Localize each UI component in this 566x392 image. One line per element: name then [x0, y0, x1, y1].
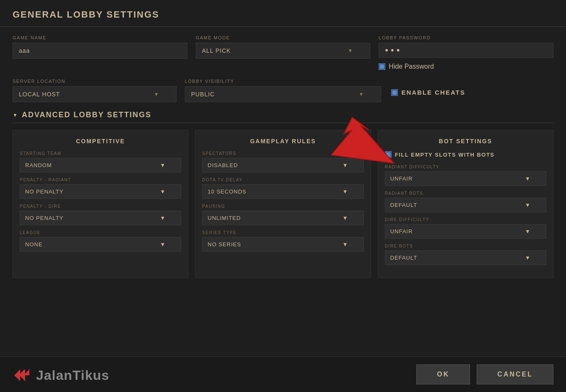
advanced-chevron-icon: ▼: [13, 112, 18, 118]
penalty-radiant-arrow-icon: ▼: [160, 188, 166, 195]
server-location-label: SERVER LOCATION: [13, 79, 177, 84]
spectators-label: SPECTATORS: [202, 151, 363, 156]
cancel-button[interactable]: CANCEL: [477, 364, 553, 384]
series-type-field: SERIES TYPE NO SERIES ▼: [202, 230, 363, 252]
dire-bots-field: DIRE BOTS DEFAULT ▼: [385, 244, 546, 265]
penalty-dire-field: PENALTY - DIRE NO PENALTY ▼: [20, 204, 181, 225]
game-mode-arrow-icon: ▼: [348, 48, 353, 54]
dota-tv-delay-arrow-icon: ▼: [343, 188, 348, 195]
penalty-dire-arrow-icon: ▼: [160, 215, 166, 221]
spectators-field: SPECTATORS DISABLED ▼: [202, 151, 363, 173]
starting-team-field: STARTING TEAM RANDOM ▼: [20, 151, 181, 173]
competitive-panel: COMPETITIVE STARTING TEAM RANDOM ▼ PENAL…: [13, 130, 188, 278]
radiant-bots-select[interactable]: DEFAULT ▼: [385, 198, 546, 212]
dire-difficulty-select[interactable]: UNFAIR ▼: [385, 224, 546, 239]
radiant-bots-arrow-icon: ▼: [525, 202, 531, 208]
game-mode-group: GAME MODE ALL PICK ▼: [196, 35, 371, 59]
game-name-label: GAME NAME: [13, 35, 187, 40]
starting-team-label: STARTING TEAM: [20, 151, 181, 156]
row2-fields: SERVER LOCATION LOCAL HOST ▼ LOBBY VISIB…: [13, 79, 553, 102]
lobby-visibility-arrow-icon: ▼: [358, 91, 364, 97]
lobby-password-label: LOBBY PASSWORD: [379, 35, 553, 40]
penalty-radiant-label: PENALTY - RADIANT: [20, 178, 181, 182]
pausing-select[interactable]: UNLIMITED ▼: [202, 211, 363, 225]
ok-button[interactable]: OK: [416, 364, 470, 384]
lobby-visibility-label: LOBBY VISIBILITY: [185, 79, 382, 84]
penalty-radiant-field: PENALTY - RADIANT NO PENALTY ▼: [20, 178, 181, 199]
penalty-radiant-select[interactable]: NO PENALTY ▼: [20, 184, 181, 199]
logo-text: JalanTikus: [36, 368, 109, 383]
league-select[interactable]: NONE ▼: [20, 237, 181, 252]
dota-tv-delay-select[interactable]: 10 SECONDS ▼: [202, 184, 363, 199]
fill-empty-row: FILL EMPTY SLOTS WITH BOTS: [385, 151, 546, 158]
enable-cheats-label: ENABLE CHEATS: [401, 89, 465, 96]
competitive-panel-title: COMPETITIVE: [20, 138, 181, 144]
dire-bots-label: DIRE BOTS: [385, 244, 546, 248]
starting-team-arrow-icon: ▼: [160, 162, 166, 168]
pausing-field: PAUSING UNLIMITED ▼: [202, 204, 363, 225]
pausing-label: PAUSING: [202, 204, 363, 209]
penalty-dire-select[interactable]: NO PENALTY ▼: [20, 211, 181, 225]
radiant-difficulty-label: RADIANT DIFFICULTY: [385, 165, 546, 169]
league-arrow-icon: ▼: [160, 241, 166, 248]
dire-difficulty-label: DIRE DIFFICULTY: [385, 217, 546, 222]
dota-tv-delay-label: DOTA TV DELAY: [202, 178, 363, 182]
gameplay-rules-panel: GAMEPLAY RULES SPECTATORS DISABLED ▼ DOT…: [195, 130, 371, 278]
penalty-dire-label: PENALTY - DIRE: [20, 204, 181, 209]
radiant-bots-label: RADIANT BOTS: [385, 191, 546, 196]
main-container: GENERAL LOBBY SETTINGS GAME NAME GAME MO…: [0, 0, 566, 392]
logo-area: JalanTikus: [13, 366, 109, 384]
series-type-select[interactable]: NO SERIES ▼: [202, 237, 363, 252]
game-name-input[interactable]: [13, 43, 187, 59]
page-title: GENERAL LOBBY SETTINGS: [13, 9, 159, 20]
bot-settings-title: BOT SETTINGS: [385, 138, 546, 144]
pausing-arrow-icon: ▼: [343, 215, 348, 221]
spectators-arrow-icon: ▼: [343, 162, 348, 168]
game-name-group: GAME NAME: [13, 35, 187, 59]
gameplay-rules-title: GAMEPLAY RULES: [202, 138, 363, 144]
hide-password-text: Hide Password: [389, 63, 434, 70]
fill-empty-label: FILL EMPTY SLOTS WITH BOTS: [395, 152, 495, 158]
lobby-visibility-select[interactable]: PUBLIC ▼: [185, 86, 382, 102]
logo-icon: [13, 366, 31, 384]
enable-cheats-row: ENABLE CHEATS: [389, 89, 553, 96]
spectators-select[interactable]: DISABLED ▼: [202, 158, 363, 173]
dire-bots-select[interactable]: DEFAULT ▼: [385, 250, 546, 265]
lobby-visibility-group: LOBBY VISIBILITY PUBLIC ▼: [185, 79, 382, 102]
enable-cheats-checkbox[interactable]: [391, 89, 398, 96]
svg-marker-1: [19, 369, 29, 381]
league-label: LEAGUE: [20, 230, 181, 235]
panels-row: COMPETITIVE STARTING TEAM RANDOM ▼ PENAL…: [13, 130, 553, 278]
dire-difficulty-arrow-icon: ▼: [525, 228, 531, 235]
radiant-bots-field: RADIANT BOTS DEFAULT ▼: [385, 191, 546, 212]
title-bar: GENERAL LOBBY SETTINGS: [0, 0, 566, 27]
radiant-difficulty-arrow-icon: ▼: [525, 175, 531, 182]
dota-tv-delay-field: DOTA TV DELAY 10 SECONDS ▼: [202, 178, 363, 199]
radiant-difficulty-select[interactable]: UNFAIR ▼: [385, 171, 546, 186]
fill-empty-checkbox[interactable]: [385, 151, 392, 158]
lobby-password-group: LOBBY PASSWORD Hide Password: [379, 35, 553, 70]
server-location-group: SERVER LOCATION LOCAL HOST ▼: [13, 79, 177, 102]
bot-settings-panel: BOT SETTINGS FILL EMPTY SLOTS WITH BOTS …: [378, 130, 553, 278]
starting-team-select[interactable]: RANDOM ▼: [20, 158, 181, 173]
game-mode-select[interactable]: ALL PICK ▼: [196, 43, 371, 59]
series-type-arrow-icon: ▼: [343, 241, 348, 248]
advanced-title: ADVANCED LOBBY SETTINGS: [22, 111, 151, 119]
dire-difficulty-field: DIRE DIFFICULTY UNFAIR ▼: [385, 217, 546, 239]
top-fields-row: GAME NAME GAME MODE ALL PICK ▼ LOBBY PAS…: [13, 35, 553, 70]
series-type-label: SERIES TYPE: [202, 230, 363, 235]
right-section: ENABLE CHEATS: [389, 79, 553, 96]
hide-password-row: Hide Password: [379, 63, 553, 70]
server-location-arrow-icon: ▼: [154, 91, 159, 97]
server-location-select[interactable]: LOCAL HOST ▼: [13, 86, 177, 102]
hide-password-checkbox[interactable]: [379, 63, 385, 70]
lobby-password-input[interactable]: [379, 43, 553, 58]
radiant-difficulty-field: RADIANT DIFFICULTY UNFAIR ▼: [385, 165, 546, 186]
advanced-header[interactable]: ▼ ADVANCED LOBBY SETTINGS: [13, 111, 553, 123]
dire-bots-arrow-icon: ▼: [525, 255, 531, 261]
game-mode-label: GAME MODE: [196, 35, 371, 40]
league-field: LEAGUE NONE ▼: [20, 230, 181, 252]
content-area: GAME NAME GAME MODE ALL PICK ▼ LOBBY PAS…: [0, 27, 566, 356]
